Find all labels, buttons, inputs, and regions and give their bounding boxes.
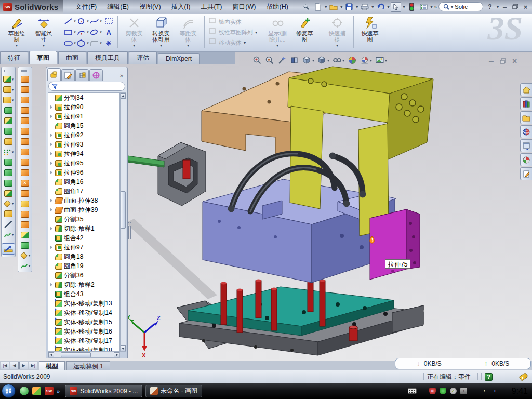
- mirror-bodies-button[interactable]: [4, 169, 12, 176]
- search-box[interactable]: ▾ Solic: [438, 2, 483, 11]
- lasso-button[interactable]: [102, 16, 115, 26]
- combine-bodies-button[interactable]: [4, 159, 12, 166]
- knit-surface-button[interactable]: [21, 201, 29, 207]
- hide-show-items-button[interactable]: ▾: [332, 56, 344, 65]
- quick-launch-application[interactable]: [32, 387, 41, 395]
- rapid-sketch-button[interactable]: 快速草图: [356, 15, 383, 43]
- scroll-thumb[interactable]: [121, 191, 126, 229]
- expander-icon[interactable]: [49, 133, 54, 137]
- tree-item-0[interactable]: 分割34: [48, 93, 119, 102]
- tag-icon[interactable]: [519, 372, 529, 381]
- convert-entities-button[interactable]: 转换实体引用▾: [148, 15, 175, 48]
- move-entities-dropdown[interactable]: ▾: [244, 41, 246, 45]
- linear-pattern-dropdown[interactable]: ▾: [12, 150, 14, 154]
- solidworks-resources-tab[interactable]: [520, 83, 532, 96]
- configurationmanager-tab[interactable]: [75, 69, 89, 81]
- tree-item-5[interactable]: 拉伸93: [48, 140, 119, 149]
- trim-entities-button[interactable]: 剪裁实体▾: [121, 15, 148, 48]
- menubar-item-1[interactable]: 编辑(E): [102, 1, 134, 13]
- arc-button[interactable]: ▾: [76, 26, 89, 37]
- sketch-button[interactable]: 草图绘制▾: [3, 15, 30, 48]
- circle-button[interactable]: ▾: [76, 16, 89, 26]
- toolbar-grip[interactable]: [4, 70, 12, 72]
- curves-button[interactable]: ▾: [3, 231, 14, 238]
- apply-scene-button[interactable]: ▾: [360, 56, 372, 65]
- fillet-dropdown[interactable]: ▾: [12, 98, 14, 102]
- delete-face-button[interactable]: ×: [21, 180, 29, 187]
- extruded-cut-dropdown[interactable]: ▾: [12, 88, 14, 92]
- tree-item-19[interactable]: 分割36: [48, 271, 119, 280]
- extruded-surface-button[interactable]: [21, 97, 29, 103]
- help-dropdown[interactable]: ▾: [497, 5, 499, 9]
- swept-boss-button[interactable]: [4, 107, 12, 114]
- line-button[interactable]: ▾: [63, 16, 76, 26]
- lofted-boss-button[interactable]: [4, 117, 12, 124]
- taskbar-clock[interactable]: 9:41: [512, 387, 528, 396]
- tree-item-7[interactable]: 拉伸95: [48, 158, 119, 168]
- undo-button[interactable]: [375, 2, 385, 12]
- task-button-1[interactable]: 未命名 - 画图: [145, 385, 202, 397]
- trim-entities-dropdown[interactable]: ▾: [133, 43, 135, 48]
- tree-item-18[interactable]: 圆角19: [48, 261, 119, 271]
- menubar-item-5[interactable]: 窗口(W): [228, 1, 260, 13]
- slot-button[interactable]: ▾: [63, 37, 76, 48]
- view-palette-tab[interactable]: [520, 139, 532, 152]
- expander-icon[interactable]: [49, 283, 54, 287]
- gray-clamp-part[interactable]: [158, 142, 206, 206]
- sketch-dropdown[interactable]: ▾: [16, 43, 18, 48]
- reference-geometry-dropdown[interactable]: ▾: [12, 202, 14, 206]
- open-button[interactable]: [328, 2, 339, 12]
- toolbar-overflow-icon[interactable]: »: [434, 4, 437, 10]
- first-tab-button[interactable]: |◀: [1, 362, 9, 369]
- curves-dropdown[interactable]: ▾: [12, 233, 14, 237]
- quick-launch-solidworks[interactable]: SW: [45, 387, 54, 395]
- linear-sketch-pattern-dropdown[interactable]: ▾: [255, 30, 257, 35]
- graphics-viewport[interactable]: Y Z X ▾▾▾▾▾ – × ▾▾▾▾▾▾ ×▾▾ » 分割34拉伸90拉伸9…: [0, 52, 532, 361]
- options-dropdown[interactable]: ▾: [430, 5, 432, 9]
- print-dropdown[interactable]: ▾: [371, 5, 374, 9]
- feature-manager-overflow-icon[interactable]: »: [117, 72, 126, 81]
- expander-icon[interactable]: [49, 198, 54, 203]
- tree-item-20[interactable]: 切除-放样2: [48, 280, 119, 289]
- move-entities-button[interactable]: 移动实体▾: [207, 38, 258, 47]
- tree-item-10[interactable]: 圆角17: [48, 187, 119, 196]
- scroll-right-button[interactable]: [114, 352, 119, 357]
- convert-entities-dropdown[interactable]: ▾: [160, 43, 162, 48]
- prev-tab-button[interactable]: ◀: [10, 362, 19, 369]
- ribbon-tab-5[interactable]: DimXpert: [158, 53, 200, 64]
- tree-item-25[interactable]: 实体-移动/复制16: [48, 327, 119, 336]
- tree-item-16[interactable]: 拉伸97: [48, 243, 119, 252]
- fillet-surface-button[interactable]: [21, 232, 29, 238]
- tree-item-12[interactable]: 曲面-拉伸39: [48, 205, 119, 215]
- edit-appearance-button[interactable]: [348, 56, 357, 65]
- reference-geometry-button[interactable]: ▾: [20, 252, 31, 259]
- next-tab-button[interactable]: ▶: [19, 362, 28, 369]
- ribbon-tab-0[interactable]: 特征: [0, 51, 28, 64]
- tree-vertical-scrollbar[interactable]: [120, 92, 126, 352]
- extruded-boss-base-button[interactable]: ▾: [3, 76, 14, 83]
- freeform-button[interactable]: [21, 169, 29, 176]
- zoom-to-fit-button[interactable]: [252, 56, 262, 65]
- offset-entities-button[interactable]: 等距实体▾: [175, 15, 202, 48]
- quick-snaps-dropdown[interactable]: ▾: [336, 43, 338, 48]
- reference-geometry-button[interactable]: ▾: [3, 201, 14, 207]
- mirror-entities-button[interactable]: 镜向实体: [207, 17, 258, 26]
- dimxpertmanager-tab[interactable]: [89, 69, 103, 81]
- new-document-button[interactable]: [313, 2, 323, 12]
- tray-defender-icon[interactable]: +: [491, 388, 498, 394]
- boundary-surface-button[interactable]: [21, 117, 29, 124]
- display-style-dropdown[interactable]: ▾: [327, 58, 329, 63]
- tree-item-9[interactable]: 圆角16: [48, 177, 119, 187]
- task-button-0[interactable]: SWSolidWorks 2009 - ...: [65, 385, 142, 397]
- tree-item-24[interactable]: 实体-移动/复制15: [48, 317, 119, 327]
- tray-wireless-warning-icon[interactable]: !: [481, 388, 488, 394]
- text-button[interactable]: A: [102, 26, 115, 37]
- tree-item-14[interactable]: 切除-放样1: [48, 224, 119, 233]
- tree-item-6[interactable]: 拉伸94: [48, 149, 119, 158]
- view-settings-button[interactable]: ▾: [375, 56, 387, 65]
- design-library-tab[interactable]: [520, 97, 532, 110]
- join-bodies-button[interactable]: [4, 180, 12, 187]
- search-input[interactable]: Solic: [455, 4, 468, 10]
- model-tab-1[interactable]: 运动算例 1: [66, 361, 110, 370]
- apply-scene-dropdown[interactable]: ▾: [370, 58, 372, 63]
